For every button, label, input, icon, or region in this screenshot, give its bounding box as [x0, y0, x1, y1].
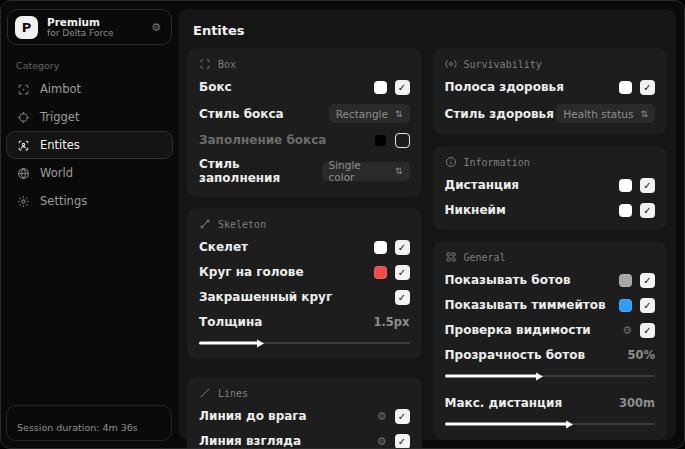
setting-label: Круг на голове [199, 265, 304, 279]
session-duration: Session duration: 4m 36s [6, 405, 172, 441]
row-settings-gear-icon[interactable]: ⚙ [622, 325, 632, 336]
sidebar-nav: Aimbot Trigget Entites [1, 75, 178, 215]
checkbox-checked[interactable]: ✓ [395, 80, 410, 95]
setting-row: Толщина 1.5px [199, 314, 410, 330]
checkbox-checked[interactable]: ✓ [640, 203, 655, 218]
sidebar-item-trigget[interactable]: Trigget [6, 103, 173, 131]
checkbox-checked[interactable]: ✓ [640, 178, 655, 193]
sidebar-item-label: Trigget [40, 110, 79, 124]
card-lines: Lines Линия до врага ⚙ ✓ Линия взгляда ⚙ [187, 377, 422, 449]
checkbox-checked[interactable]: ✓ [640, 273, 655, 288]
sidebar-item-settings[interactable]: Settings [6, 187, 173, 215]
left-column: Box Бокс ✓ Стиль бокса Rectangle ⇅ [187, 48, 422, 449]
setting-label: Скелет [199, 240, 248, 254]
app-window: P Premium for Delta Force ⚙ Category Aim… [0, 0, 685, 449]
line-icon [199, 387, 211, 399]
row-settings-gear-icon[interactable]: ⚙ [377, 436, 387, 447]
setting-label: Стиль здоровья [445, 107, 554, 121]
select-arrows-icon: ⇅ [395, 166, 403, 176]
checkbox-checked[interactable]: ✓ [395, 409, 410, 424]
sidebar-item-label: Settings [40, 194, 87, 208]
setting-label: Макс. дистанция [445, 396, 563, 410]
main-panel: Entites Box Бокс ✓ [178, 9, 676, 440]
setting-label: Стиль бокса [199, 107, 284, 121]
sidebar-item-aimbot[interactable]: Aimbot [6, 75, 173, 103]
gear-icon[interactable]: ⚙ [151, 21, 161, 34]
bot-opacity-slider[interactable] [445, 372, 656, 380]
slider-fill [445, 423, 567, 426]
setting-row: Бокс ✓ [199, 79, 410, 95]
setting-row: Показывать тиммейтов ✓ [445, 297, 656, 313]
row-settings-gear-icon[interactable]: ⚙ [377, 411, 387, 422]
pulse-circle-icon [445, 58, 457, 70]
color-swatch[interactable] [619, 274, 632, 287]
sidebar-item-world[interactable]: World [6, 159, 173, 187]
checkbox-checked[interactable]: ✓ [395, 240, 410, 255]
color-swatch[interactable] [619, 299, 632, 312]
slider-thumb[interactable] [257, 339, 264, 347]
slider-thumb[interactable] [536, 372, 543, 380]
slider-value: 50% [627, 348, 655, 362]
checkbox-checked[interactable]: ✓ [640, 323, 655, 338]
setting-row: Дистанция ✓ [445, 177, 656, 193]
sidebar-item-entites[interactable]: Entites [6, 131, 173, 159]
checkbox-unchecked[interactable]: ✓ [395, 133, 410, 148]
setting-row: Линия до врага ⚙ ✓ [199, 408, 410, 424]
max-distance-slider[interactable] [445, 420, 656, 428]
color-swatch[interactable] [619, 81, 632, 94]
color-swatch[interactable] [619, 204, 632, 217]
app-logo: P [15, 16, 38, 39]
setting-label: Линия взгляда [199, 434, 301, 448]
color-swatch[interactable] [619, 179, 632, 192]
checkbox-checked[interactable]: ✓ [395, 434, 410, 449]
brand-title: Premium [47, 16, 142, 28]
color-swatch[interactable] [374, 81, 387, 94]
setting-row: Стиль заполнения Single color ⇅ [199, 157, 410, 185]
setting-row: Закрашенный круг ✓ [199, 289, 410, 305]
card-box-header: Box [199, 58, 410, 70]
card-skeleton: Skeleton Скелет ✓ Круг на голове ✓ [187, 208, 422, 359]
card-skeleton-header: Skeleton [199, 218, 410, 230]
sidebar-item-label: Aimbot [40, 82, 81, 96]
color-swatch[interactable] [374, 266, 387, 279]
card-general-header: General [445, 251, 656, 263]
card-information: Information Дистанция ✓ Никнейм ✓ [433, 146, 668, 230]
slider-fill [199, 342, 258, 345]
checkbox-checked[interactable]: ✓ [395, 265, 410, 280]
setting-row: Полоса здоровья ✓ [445, 79, 656, 95]
card-survivability: Survivability Полоса здоровья ✓ Стиль зд… [433, 48, 668, 135]
thickness-slider[interactable] [199, 339, 410, 347]
checkbox-checked[interactable]: ✓ [640, 298, 655, 313]
card-box: Box Бокс ✓ Стиль бокса Rectangle ⇅ [187, 48, 422, 197]
setting-row: Макс. дистанция 300m [445, 395, 656, 411]
sidebar-item-label: World [40, 166, 73, 180]
setting-row: Никнейм ✓ [445, 202, 656, 218]
color-swatch[interactable] [374, 241, 387, 254]
setting-label: Никнейм [445, 203, 506, 217]
setting-label: Закрашенный круг [199, 290, 332, 304]
slider-thumb[interactable] [566, 420, 573, 428]
fill-style-select[interactable]: Single color ⇅ [322, 162, 410, 181]
session-duration-label: Session duration: 4m 36s [17, 422, 138, 433]
color-swatch[interactable] [374, 134, 387, 147]
setting-label: Полоса здоровья [445, 80, 564, 94]
health-style-select[interactable]: Health status ⇅ [556, 104, 655, 123]
select-arrows-icon: ⇅ [640, 109, 648, 119]
slider-value: 1.5px [373, 315, 409, 329]
setting-label: Стиль заполнения [199, 157, 322, 185]
checkbox-checked[interactable]: ✓ [640, 80, 655, 95]
brand-header: P Premium for Delta Force ⚙ [7, 9, 172, 45]
brand-subtitle: for Delta Force [47, 28, 142, 38]
card-lines-header: Lines [199, 387, 410, 399]
setting-row: Круг на голове ✓ [199, 264, 410, 280]
setting-row: Скелет ✓ [199, 239, 410, 255]
setting-row: Стиль здоровья Health status ⇅ [445, 104, 656, 123]
setting-label: Показывать ботов [445, 273, 571, 287]
box-style-select[interactable]: Rectangle ⇅ [329, 104, 410, 123]
setting-label: Проверка видимости [445, 323, 591, 337]
checkbox-checked[interactable]: ✓ [395, 290, 410, 305]
setting-row: Стиль бокса Rectangle ⇅ [199, 104, 410, 123]
info-icon [445, 156, 457, 168]
globe-icon [17, 167, 30, 180]
setting-label: Прозрачность ботов [445, 348, 586, 362]
